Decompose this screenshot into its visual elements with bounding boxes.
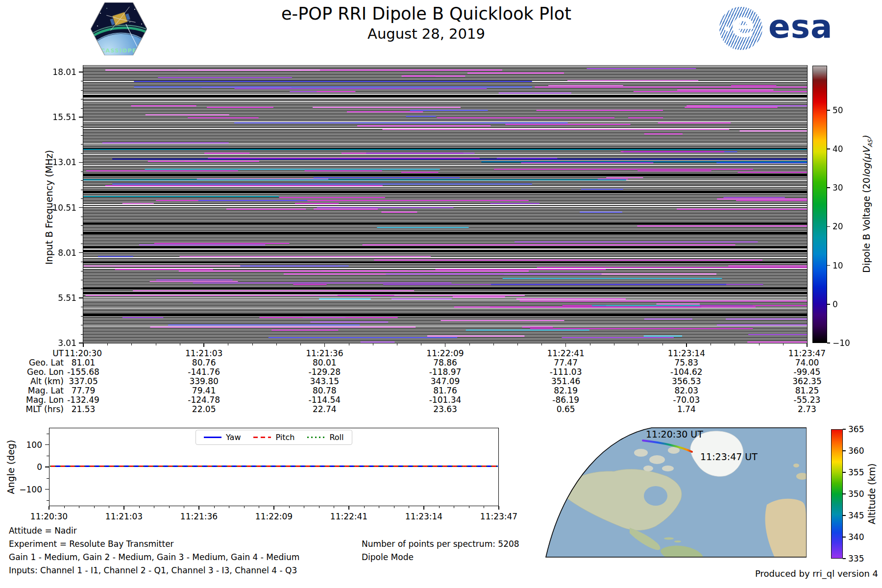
track-end-time-label: 11:23:47 UT [700,451,758,462]
altitude-colorbar-tick [843,558,846,559]
angle-tick-label: 100 [5,440,42,450]
angle-time-minor-tick [379,506,379,508]
angle-time-minor-tick [484,506,484,508]
angle-time-minor-tick [79,506,79,508]
angle-minor-tick [47,500,49,501]
altitude-colorbar [831,429,843,559]
frequency-tick-label: 8.01 [38,248,76,258]
ephemeris-value: 11:21:03 [144,349,264,358]
angle-time-minor-tick [304,506,304,508]
ephemeris-value: 22.05 [144,405,264,414]
map-arctic-island [662,466,674,471]
angle-time-minor-tick [244,506,245,508]
altitude-colorbar-tick-label: 365 [848,424,864,434]
frequency-minor-tick [81,135,83,136]
ephemeris-value: 343.15 [264,377,385,386]
frequency-tick [79,162,83,163]
altitude-colorbar-tick [843,537,846,538]
voltage-colorbar-tick-label: 20 [833,221,843,231]
map-caribbean-island [674,540,681,542]
altitude-colorbar-tick-label: 355 [848,467,864,477]
angle-time-tick-label: 11:23:47 [462,512,536,521]
angle-time-minor-tick [229,506,229,508]
ephemeris-value: 1.74 [626,405,747,414]
time-tick [203,343,204,347]
voltage-colorbar-tick [827,343,830,343]
ephemeris-value: -99.45 [747,368,867,377]
time-tick [445,343,446,347]
legend-label-roll: Roll [329,433,343,442]
time-minor-tick [614,343,614,345]
ephemeris-value: 22.74 [264,405,385,414]
ephemeris-value: 339.80 [144,377,264,386]
ephemeris-value: 75.83 [626,358,747,368]
map-caribbean-island [664,537,674,539]
angle-time-minor-tick [319,506,319,508]
ephemeris-value: 347.09 [385,377,506,386]
map-british-isles [793,464,799,467]
legend-item-roll: Roll [307,433,343,442]
ephemeris-value: 82.19 [506,386,626,395]
angle-time-minor-tick [184,506,184,508]
voltage-colorbar-tick-label: 40 [833,144,843,154]
frequency-tick [79,252,83,253]
time-minor-tick [349,343,349,345]
angle-time-minor-tick [394,506,394,508]
ephemeris-value: 77.79 [23,386,144,395]
ephemeris-value: 80.78 [264,386,385,395]
esa-logo-e-glyph: e [731,7,755,45]
altitude-colorbar-tick-label: 340 [848,532,864,542]
ephemeris-value: 362.35 [747,377,867,386]
ephemeris-value: 11:23:14 [626,349,747,358]
ephemeris-value: 80.01 [264,358,385,368]
ephemeris-value: 78.86 [385,358,506,368]
ephemeris-value: 74.00 [747,358,867,368]
angle-tick-label: 0 [5,462,42,472]
ephemeris-value: 11:21:36 [264,349,385,358]
frequency-minor-tick [81,244,83,244]
time-minor-tick [590,343,590,345]
attitude-legend: Yaw Pitch Roll [196,430,352,445]
time-tick [324,343,325,347]
gains-note: Gain 1 - Medium, Gain 2 - Medium, Gain 3… [9,552,299,562]
dipole-mode-note: Dipole Mode [362,552,414,562]
angle-time-minor-tick [334,506,334,508]
time-minor-tick [300,343,301,345]
ephemeris-value: 81.01 [23,358,144,368]
pitch-line-sample [253,437,271,438]
altitude-colorbar-tick [843,472,846,473]
frequency-tick-label: 13.01 [38,157,76,167]
ephemeris-value: -111.03 [506,368,626,377]
ephemeris-value: -129.28 [264,368,385,377]
ephemeris-value: 77.47 [506,358,626,368]
angle-time-tick [348,506,349,510]
ephemeris-value: -155.68 [23,368,144,377]
angle-time-minor-tick [169,506,170,508]
frequency-minor-tick [81,99,83,99]
altitude-colorbar-tick-label: 335 [848,554,864,564]
spectrogram-plot [83,66,807,343]
ephemeris-value: 356.53 [626,377,747,386]
ephemeris-value: 21.53 [23,405,144,414]
time-minor-tick [228,343,228,345]
angle-minor-tick [47,434,49,434]
angle-tick [45,444,49,445]
voltage-colorbar-tick-label: 0 [833,299,838,309]
angle-time-tick-label: 11:20:30 [12,512,86,521]
frequency-minor-tick [81,316,83,317]
voltage-colorbar-tick [827,265,830,266]
angle-time-minor-tick [94,506,95,508]
frequency-minor-tick [81,198,83,199]
frequency-tick [79,117,83,118]
voltage-colorbar-tick-label: 10 [833,261,843,270]
time-tick [686,343,687,347]
time-tick [83,343,84,347]
frequency-minor-tick [81,172,83,172]
ephemeris-value: -104.62 [626,368,747,377]
time-minor-tick [638,343,638,345]
ephemeris-value: -124.78 [144,395,264,405]
frequency-tick [79,207,83,208]
angle-time-tick [273,506,274,510]
quicklook-page: CASSIOPE e-POP RRI Dipole B Quicklook Pl… [0,0,882,588]
legend-item-yaw: Yaw [204,433,241,442]
